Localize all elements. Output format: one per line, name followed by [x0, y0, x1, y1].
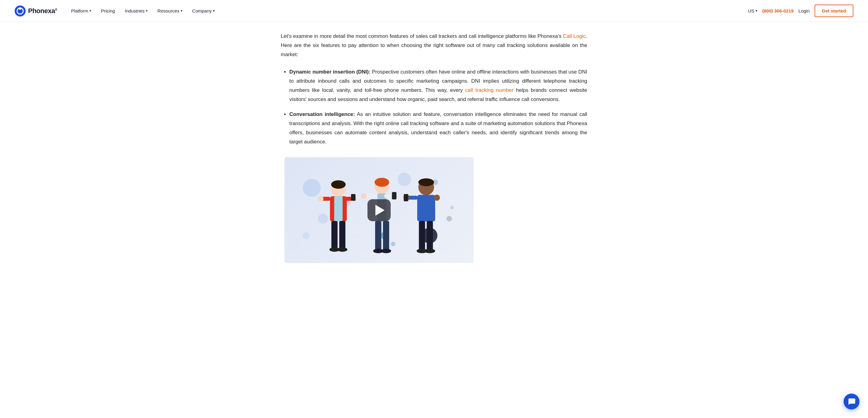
svg-point-31 [374, 178, 389, 186]
svg-rect-27 [339, 221, 345, 249]
svg-rect-38 [392, 192, 397, 199]
svg-rect-51 [419, 221, 425, 250]
play-icon [375, 205, 384, 216]
nav-links: Platform ▾ Pricing Industries ▾ Resource… [67, 6, 748, 16]
feature-ci-title: Conversation intelligence: [289, 111, 355, 117]
svg-point-4 [318, 214, 328, 224]
main-content: Let's examine in more detail the most co… [266, 22, 602, 263]
svg-point-36 [361, 193, 367, 199]
svg-point-5 [303, 232, 309, 239]
nav-industries[interactable]: Industries ▾ [121, 6, 152, 16]
locale-selector[interactable]: US ▾ [748, 8, 757, 13]
platform-chevron-icon: ▾ [89, 9, 91, 13]
svg-point-23 [318, 196, 323, 201]
industries-chevron-icon: ▾ [146, 9, 148, 13]
svg-point-15 [446, 216, 452, 221]
login-link[interactable]: Login [798, 8, 810, 13]
resources-chevron-icon: ▾ [181, 9, 183, 13]
features-list: Dynamic number insertion (DNI): Prospect… [281, 67, 587, 146]
phone-number[interactable]: (800) 306-0219 [763, 8, 794, 13]
navbar: Phonexa® Platform ▾ Pricing Industries ▾… [0, 0, 868, 22]
logo-text: Phonexa® [28, 7, 57, 15]
svg-point-29 [337, 247, 347, 252]
nav-company[interactable]: Company ▾ [188, 6, 219, 16]
intro-paragraph: Let's examine in more detail the most co… [281, 32, 587, 59]
get-started-button[interactable]: Get started [814, 5, 854, 17]
nav-right: US ▾ (800) 306-0219 Login Get started [748, 5, 854, 17]
svg-rect-52 [427, 221, 433, 250]
svg-point-16 [450, 206, 454, 209]
svg-point-3 [303, 179, 321, 197]
svg-point-18 [331, 180, 346, 189]
svg-rect-50 [404, 194, 408, 201]
video-thumbnail[interactable]: $ $ [284, 157, 474, 263]
feature-dni-title: Dynamic number insertion (DNI): [289, 69, 371, 75]
nav-platform[interactable]: Platform ▾ [67, 6, 96, 16]
feature-item-conversation-intelligence: Conversation intelligence: As an intuiti… [289, 110, 587, 146]
svg-point-6 [398, 173, 411, 186]
nav-pricing[interactable]: Pricing [97, 6, 119, 16]
phonexa-logo-icon [14, 5, 26, 17]
nav-resources[interactable]: Resources ▾ [153, 6, 187, 16]
locale-chevron-icon: ▾ [756, 9, 757, 13]
video-inner: $ $ [284, 157, 474, 263]
call-tracking-number-link[interactable]: call tracking number [465, 87, 513, 93]
video-play-button[interactable] [368, 199, 391, 221]
svg-point-14 [391, 242, 396, 246]
svg-rect-26 [332, 221, 338, 249]
svg-rect-20 [334, 196, 343, 222]
svg-point-49 [434, 194, 440, 200]
call-logic-link[interactable]: Call Logic [563, 33, 586, 39]
svg-point-42 [381, 249, 391, 253]
svg-rect-39 [375, 221, 381, 250]
svg-point-54 [425, 249, 435, 253]
logo-link[interactable]: Phonexa® [14, 5, 57, 17]
company-chevron-icon: ▾ [213, 9, 215, 13]
svg-rect-25 [351, 194, 355, 201]
svg-point-2 [19, 7, 21, 10]
svg-rect-40 [383, 221, 389, 250]
svg-point-44 [418, 178, 434, 186]
svg-point-0 [14, 5, 26, 17]
feature-item-dni: Dynamic number insertion (DNI): Prospect… [289, 67, 587, 104]
